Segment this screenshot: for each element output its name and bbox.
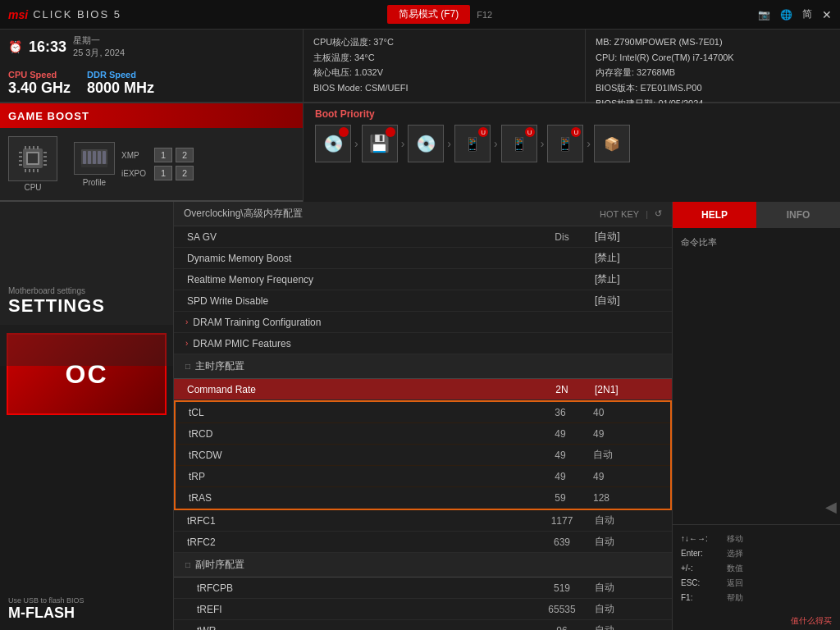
svg-rect-18 bbox=[43, 164, 47, 166]
cpu-icon[interactable] bbox=[8, 136, 57, 181]
trfc2-name: tRFC2 bbox=[185, 536, 529, 548]
command-rate-name: Command Rate bbox=[185, 384, 529, 395]
svg-rect-24 bbox=[103, 151, 106, 164]
globe-icon[interactable]: 🌐 bbox=[780, 9, 792, 21]
sys-info-voltage: 核心电压: 1.032V bbox=[313, 65, 575, 80]
lang-icon[interactable]: 简 bbox=[802, 7, 812, 21]
xmp-btn-1[interactable]: 1 bbox=[154, 148, 172, 162]
profiles-row: CPU Profile bbox=[0, 128, 303, 202]
xmp-btn-2[interactable]: 2 bbox=[176, 148, 194, 162]
boot-device-6[interactable]: 📱 U bbox=[547, 125, 583, 162]
dmb-name: Dynamic Memory Boost bbox=[185, 253, 529, 264]
setting-row-trfcpb[interactable]: tRFCPB 519 自动 bbox=[174, 578, 672, 599]
boot-device-5[interactable]: 📱 U bbox=[501, 125, 537, 162]
svg-rect-25 bbox=[81, 164, 107, 167]
dmb-val2: [禁止] bbox=[595, 251, 660, 265]
iexpo-btn-2[interactable]: 2 bbox=[176, 166, 194, 180]
setting-row-trcdw[interactable]: tRCDW 49 自动 bbox=[176, 445, 670, 466]
back-icon[interactable]: ↺ bbox=[655, 208, 662, 219]
boot-device-4[interactable]: 📱 U bbox=[454, 125, 491, 162]
setting-row-tcl[interactable]: tCL 36 40 bbox=[176, 402, 670, 423]
iexpo-btn-1[interactable]: 1 bbox=[154, 166, 172, 180]
setting-row-spd[interactable]: SPD Write Disable [自动] bbox=[174, 290, 672, 312]
trp-val1: 49 bbox=[527, 471, 593, 482]
mb-info-mem: 内存容量: 32768MB bbox=[596, 65, 830, 80]
setting-row-sagv[interactable]: SA GV Dis [自动] bbox=[174, 226, 672, 248]
spd-name: SPD Write Disable bbox=[185, 295, 529, 307]
infobar-right: MB: Z790MPOWER (MS-7E01) CPU: Intel(R) C… bbox=[586, 30, 840, 102]
easy-mode-button[interactable]: 简易模式 (F7) bbox=[387, 5, 470, 24]
trp-val2: 49 bbox=[593, 471, 659, 482]
arrow-icon: ◀ bbox=[825, 499, 837, 515]
setting-row-dram-pmic[interactable]: › DRAM PMIC Features bbox=[174, 333, 672, 354]
svg-rect-22 bbox=[93, 151, 96, 164]
mflash-big-label[interactable]: M-FLASH bbox=[8, 605, 165, 622]
setting-row-trcd[interactable]: tRCD 49 49 bbox=[176, 423, 670, 445]
trfc1-val2: 自动 bbox=[595, 514, 660, 527]
trcd-val2: 49 bbox=[593, 428, 659, 440]
help-arrow-divider: ◀ bbox=[673, 498, 840, 516]
cpu-label: CPU bbox=[24, 183, 41, 192]
trefi-val1: 65535 bbox=[529, 604, 595, 615]
svg-rect-20 bbox=[83, 151, 86, 164]
boot-arrow-5: › bbox=[541, 137, 545, 150]
help-watermark: 值什么得买 bbox=[673, 612, 840, 630]
boot-device-7[interactable]: 📦 bbox=[594, 125, 630, 162]
svg-rect-4 bbox=[29, 146, 30, 149]
sidebar: 🔧 🔨 Motherboard settings SETTINGS OC Use… bbox=[0, 202, 174, 630]
setting-row-trfc1[interactable]: tRFC1 1177 自动 bbox=[174, 510, 672, 532]
svg-rect-6 bbox=[37, 146, 39, 149]
breadcrumb-right: HOT KEY | ↺ bbox=[600, 208, 662, 219]
weekday-display: 星期一 bbox=[73, 34, 125, 47]
trp-name: tRP bbox=[187, 471, 527, 482]
hotkey-label[interactable]: HOT KEY bbox=[600, 209, 639, 219]
shortcut-desc-5: 帮助 bbox=[727, 591, 743, 605]
section-sub-label: 副时序配置 bbox=[195, 558, 244, 572]
dram-training-name: DRAM Training Configuration bbox=[191, 317, 660, 328]
svg-rect-23 bbox=[98, 151, 101, 164]
profile-mem-icon: Profile bbox=[74, 142, 115, 187]
setting-row-trefi[interactable]: tREFI 65535 自动 bbox=[174, 599, 672, 620]
boot-device-3[interactable]: 💿 bbox=[408, 125, 444, 162]
setting-row-command-rate[interactable]: Command Rate 2N [2N1] bbox=[174, 379, 672, 400]
boot-badge-5: U bbox=[525, 127, 535, 137]
svg-rect-5 bbox=[33, 146, 34, 149]
f12-label[interactable]: F12 bbox=[477, 10, 492, 20]
boot-device-1[interactable]: 💿 bbox=[315, 125, 351, 162]
iexpo-row: iEXPO 1 2 bbox=[121, 166, 194, 180]
section-sub-icon: □ bbox=[185, 560, 190, 569]
sagv-val1: Dis bbox=[529, 231, 595, 243]
setting-row-trp[interactable]: tRP 49 49 bbox=[176, 466, 670, 487]
trfc2-val1: 639 bbox=[529, 536, 595, 548]
xmp-row: XMP 1 2 bbox=[121, 148, 194, 162]
setting-row-trfc2[interactable]: tRFC2 639 自动 bbox=[174, 532, 672, 553]
setting-row-twr[interactable]: tWR 96 自动 bbox=[174, 620, 672, 630]
shortcut-desc-1: 移动 bbox=[727, 532, 743, 546]
setting-row-tras[interactable]: tRAS 59 128 bbox=[176, 487, 670, 509]
twr-name: tWR bbox=[185, 625, 529, 631]
ddr-speed-item: DDR Speed 8000 MHz bbox=[87, 70, 154, 97]
tras-val2: 128 bbox=[593, 492, 659, 504]
topbar-right: 📷 🌐 简 ✕ bbox=[758, 7, 832, 21]
expand-arrow-2: › bbox=[185, 339, 188, 348]
boot-device-2[interactable]: 💾 bbox=[362, 125, 398, 162]
command-rate-val1: 2N bbox=[529, 384, 595, 395]
setting-row-dmb[interactable]: Dynamic Memory Boost [禁止] bbox=[174, 248, 672, 269]
time-display: 16:33 bbox=[29, 39, 66, 56]
boot-arrow-3: › bbox=[447, 137, 451, 150]
close-button[interactable]: ✕ bbox=[822, 8, 832, 21]
trfcpb-val2: 自动 bbox=[595, 581, 660, 595]
screenshot-icon[interactable]: 📷 bbox=[758, 9, 770, 21]
boot-arrow-1: › bbox=[354, 137, 358, 150]
tab-info[interactable]: INFO bbox=[756, 202, 840, 228]
help-shortcuts: ↑↓←→: 移动 Enter: 选择 +/-: 数值 ESC: 返回 F1: 帮… bbox=[673, 524, 840, 612]
svg-rect-7 bbox=[25, 169, 26, 172]
breadcrumb-bar: Overclocking\高级内存配置 HOT KEY | ↺ bbox=[174, 202, 672, 226]
setting-row-dram-training[interactable]: › DRAM Training Configuration bbox=[174, 312, 672, 333]
section-main-label: 主时序配置 bbox=[195, 359, 244, 373]
svg-rect-15 bbox=[43, 152, 47, 153]
tab-help[interactable]: HELP bbox=[673, 202, 756, 228]
sys-info-bios-mode: BIOS Mode: CSM/UEFI bbox=[313, 80, 575, 96]
setting-row-rmf[interactable]: Realtime Memory Frequency [禁止] bbox=[174, 269, 672, 290]
topbar-left: msi CLICK BIOS 5 bbox=[8, 8, 121, 21]
